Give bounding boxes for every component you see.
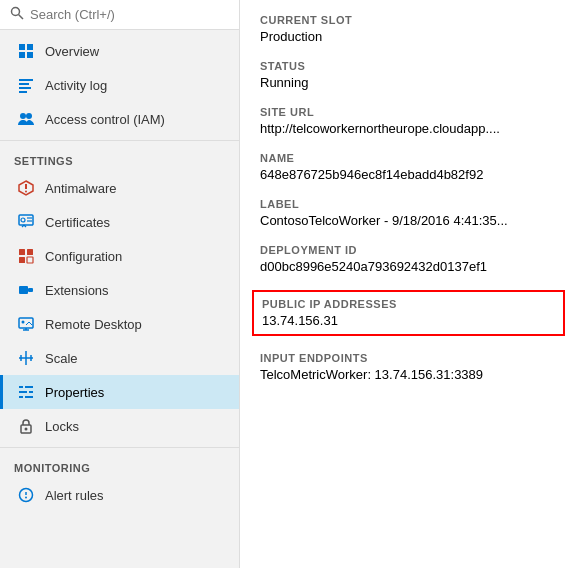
sidebar-item-access-control-label: Access control (IAM) xyxy=(45,112,165,127)
svg-rect-27 xyxy=(19,318,33,328)
name-value: 648e876725b946ec8f14ebadd4b82f92 xyxy=(260,167,557,182)
label-label: LABEL xyxy=(260,198,557,210)
svg-rect-26 xyxy=(28,288,33,292)
divider-1 xyxy=(0,140,239,141)
status-value: Running xyxy=(260,75,557,90)
extensions-icon xyxy=(17,281,35,299)
label-row: LABEL ContosoTelcoWorker - 9/18/2016 4:4… xyxy=(260,198,557,228)
svg-rect-24 xyxy=(27,257,33,263)
divider-2 xyxy=(0,447,239,448)
public-ip-value: 13.74.156.31 xyxy=(262,313,555,328)
svg-point-0 xyxy=(12,8,20,16)
label-value: ContosoTelcoWorker - 9/18/2016 4:41:35..… xyxy=(260,213,557,228)
search-bar[interactable] xyxy=(0,0,239,30)
svg-rect-5 xyxy=(27,52,33,58)
svg-line-1 xyxy=(19,15,24,20)
svg-rect-8 xyxy=(19,87,31,89)
site-url-label: SITE URL xyxy=(260,106,557,118)
current-slot-value: Production xyxy=(260,29,557,44)
sidebar-item-alert-rules-label: Alert rules xyxy=(45,488,104,503)
svg-rect-9 xyxy=(19,91,27,93)
deployment-id-label: DEPLOYMENT ID xyxy=(260,244,557,256)
svg-rect-2 xyxy=(19,44,25,50)
sidebar-item-certificates[interactable]: Certificates xyxy=(0,205,239,239)
sidebar-item-scale[interactable]: Scale xyxy=(0,341,239,375)
sidebar: Overview Activity log Access control (IA… xyxy=(0,0,240,568)
name-row: NAME 648e876725b946ec8f14ebadd4b82f92 xyxy=(260,152,557,182)
sidebar-item-remote-desktop-label: Remote Desktop xyxy=(45,317,142,332)
remote-desktop-icon xyxy=(17,315,35,333)
deployment-id-row: DEPLOYMENT ID d00bc8996e5240a793692432d0… xyxy=(260,244,557,274)
site-url-row: SITE URL http://telcoworkernortheurope.c… xyxy=(260,106,557,136)
sidebar-item-alert-rules[interactable]: Alert rules xyxy=(0,478,239,512)
locks-icon xyxy=(17,417,35,435)
sidebar-item-properties-label: Properties xyxy=(45,385,104,400)
main-content: CURRENT SLOT Production STATUS Running S… xyxy=(240,0,577,568)
status-row: STATUS Running xyxy=(260,60,557,90)
public-ip-label: PUBLIC IP ADDRESSES xyxy=(262,298,555,310)
settings-section-header: SETTINGS xyxy=(0,145,239,171)
svg-point-45 xyxy=(25,497,27,499)
public-ip-row: PUBLIC IP ADDRESSES 13.74.156.31 xyxy=(252,290,565,336)
search-input[interactable] xyxy=(30,7,229,22)
sidebar-item-configuration-label: Configuration xyxy=(45,249,122,264)
current-slot-row: CURRENT SLOT Production xyxy=(260,14,557,44)
svg-rect-22 xyxy=(27,249,33,255)
sidebar-item-scale-label: Scale xyxy=(45,351,78,366)
sidebar-item-remote-desktop[interactable]: Remote Desktop xyxy=(0,307,239,341)
alert-rules-icon xyxy=(17,486,35,504)
sidebar-item-access-control[interactable]: Access control (IAM) xyxy=(0,102,239,136)
sidebar-item-activity-log-label: Activity log xyxy=(45,78,107,93)
svg-point-10 xyxy=(20,113,26,119)
svg-point-16 xyxy=(21,218,25,222)
sidebar-navigation: Overview Activity log Access control (IA… xyxy=(0,30,239,512)
svg-rect-3 xyxy=(27,44,33,50)
sidebar-item-locks[interactable]: Locks xyxy=(0,409,239,443)
svg-rect-25 xyxy=(19,286,28,294)
sidebar-item-properties[interactable]: Properties xyxy=(0,375,239,409)
access-control-icon xyxy=(17,110,35,128)
sidebar-item-configuration[interactable]: Configuration xyxy=(0,239,239,273)
sidebar-item-antimalware[interactable]: Antimalware xyxy=(0,171,239,205)
properties-icon xyxy=(17,383,35,401)
search-icon xyxy=(10,6,24,23)
svg-rect-4 xyxy=(19,52,25,58)
sidebar-item-overview[interactable]: Overview xyxy=(0,34,239,68)
activity-log-icon xyxy=(17,76,35,94)
site-url-value: http://telcoworkernortheurope.cloudapp..… xyxy=(260,121,557,136)
sidebar-item-extensions-label: Extensions xyxy=(45,283,109,298)
svg-rect-23 xyxy=(19,257,25,263)
name-label: NAME xyxy=(260,152,557,164)
input-endpoints-row: INPUT ENDPOINTS TelcoMetricWorker: 13.74… xyxy=(260,352,557,382)
configuration-icon xyxy=(17,247,35,265)
antimalware-icon xyxy=(17,179,35,197)
svg-point-42 xyxy=(25,428,28,431)
svg-rect-21 xyxy=(19,249,25,255)
sidebar-item-antimalware-label: Antimalware xyxy=(45,181,117,196)
input-endpoints-value: TelcoMetricWorker: 13.74.156.31:3389 xyxy=(260,367,557,382)
monitoring-section-header: MONITORING xyxy=(0,452,239,478)
scale-icon xyxy=(17,349,35,367)
sidebar-item-certificates-label: Certificates xyxy=(45,215,110,230)
sidebar-item-activity-log[interactable]: Activity log xyxy=(0,68,239,102)
svg-point-30 xyxy=(22,321,25,324)
deployment-id-value: d00bc8996e5240a793692432d0137ef1 xyxy=(260,259,557,274)
svg-rect-7 xyxy=(19,83,29,85)
status-label: STATUS xyxy=(260,60,557,72)
input-endpoints-label: INPUT ENDPOINTS xyxy=(260,352,557,364)
sidebar-item-extensions[interactable]: Extensions xyxy=(0,273,239,307)
certificates-icon xyxy=(17,213,35,231)
svg-point-14 xyxy=(25,191,27,193)
svg-point-11 xyxy=(26,113,32,119)
svg-rect-6 xyxy=(19,79,33,81)
sidebar-item-locks-label: Locks xyxy=(45,419,79,434)
sidebar-item-overview-label: Overview xyxy=(45,44,99,59)
overview-icon xyxy=(17,42,35,60)
current-slot-label: CURRENT SLOT xyxy=(260,14,557,26)
